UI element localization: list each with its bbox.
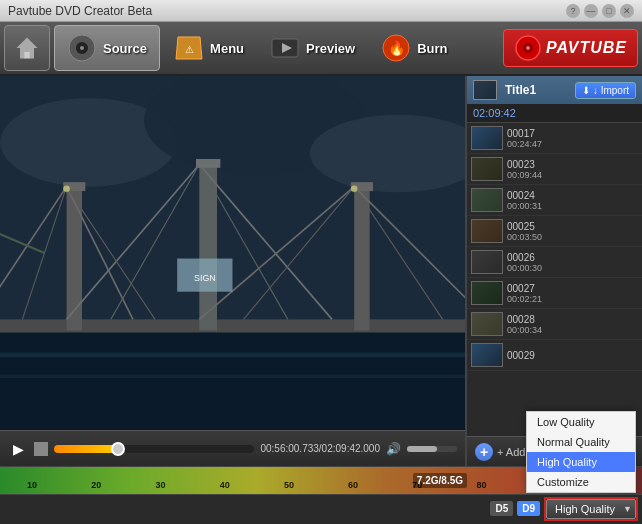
window-controls: ? — □ ✕ [566,4,634,18]
close-button[interactable]: ✕ [620,4,634,18]
ruler-50: 50 [257,480,321,490]
list-item[interactable]: 00017 00:24:47 [467,123,642,154]
quality-bar: D5 D9 High Quality ▼ Low Quality Normal … [0,494,642,522]
chapter-thumb [471,188,503,212]
add-icon: + [475,443,493,461]
tab-menu[interactable]: ⚠ Menu [162,25,256,71]
chapter-thumb [471,219,503,243]
tab-preview-label: Preview [306,41,355,56]
d5-badge: D5 [490,501,513,516]
chapter-header: Title1 ⬇ ↓ Import [467,76,642,104]
chapter-info: 00017 00:24:47 [507,128,542,149]
chapter-dur: 00:24:47 [507,139,542,149]
controls-bar: ▶ 00:56:00.733/02:09:42.000 🔊 [0,430,465,466]
quality-current-label: High Quality [555,503,615,515]
svg-point-4 [80,46,84,50]
chapter-num: 00023 [507,159,542,170]
quality-option-customize[interactable]: Customize [527,472,635,492]
volume-fill [407,446,437,452]
quality-option-normal[interactable]: Normal Quality [527,432,635,452]
svg-rect-39 [0,375,465,378]
video-scene: SIGN [0,76,465,430]
progress-fill [54,445,118,453]
ruler-10: 10 [0,480,64,490]
progress-handle[interactable] [111,442,125,456]
import-button[interactable]: ⬇ ↓ Import [575,82,636,99]
svg-rect-21 [354,187,369,331]
list-item[interactable]: 00023 00:09:44 [467,154,642,185]
chapter-info: 00027 00:02:21 [507,283,542,304]
progress-bar[interactable] [54,445,254,453]
chapter-dur: 00:09:44 [507,170,542,180]
list-item[interactable]: 00024 00:00:31 [467,185,642,216]
svg-text:⚠: ⚠ [185,44,194,55]
tab-source[interactable]: Source [54,25,160,71]
chapter-title: Title1 [505,83,536,97]
chapter-panel: Title1 ⬇ ↓ Import 02:09:42 00017 00:24:4… [467,76,642,466]
chapter-list[interactable]: 00017 00:24:47 00023 00:09:44 00024 00:0… [467,123,642,436]
chapter-num: 00026 [507,252,542,263]
quality-dropdown-container: High Quality ▼ Low Quality Normal Qualit… [544,497,638,521]
svg-rect-35 [196,159,220,168]
chapter-thumb [471,343,503,367]
volume-icon: 🔊 [386,442,401,456]
chapter-num: 00017 [507,128,542,139]
chapter-dur: 00:02:21 [507,294,542,304]
chapter-info: 00028 00:00:34 [507,314,542,335]
list-item[interactable]: 00028 00:00:34 [467,309,642,340]
tab-menu-label: Menu [210,41,244,56]
chapter-num: 00024 [507,190,542,201]
list-item[interactable]: 00025 00:03:50 [467,216,642,247]
pavtube-logo: PAVTUBE [503,29,638,67]
list-item[interactable]: 00027 00:02:21 [467,278,642,309]
svg-rect-19 [67,187,82,331]
stop-button[interactable] [34,442,48,456]
chapter-num: 00028 [507,314,542,325]
time-display: 00:56:00.733/02:09:42.000 [260,443,380,454]
svg-rect-38 [0,353,465,357]
minimize-button[interactable]: — [584,4,598,18]
tab-preview[interactable]: Preview [258,25,367,71]
toolbar: Source ⚠ Menu Preview 🔥 Burn PAVTUBE [0,22,642,76]
list-item[interactable]: 00026 00:00:30 [467,247,642,278]
quality-dropdown: Low Quality Normal Quality High Quality … [526,411,636,493]
titlebar: Pavtube DVD Creator Beta ? — □ ✕ [0,0,642,22]
home-button[interactable] [4,25,50,71]
main-area: SIGN ▶ 00:56:00.733/02:09:42.000 🔊 [0,76,642,466]
chapter-dur: 00:00:30 [507,263,542,273]
brand-name: PAVTUBE [546,39,627,57]
volume-slider[interactable] [407,446,457,452]
ruler-40: 40 [193,480,257,490]
quality-option-low[interactable]: Low Quality [527,412,635,432]
chapter-num: 00025 [507,221,542,232]
import-label: ↓ Import [593,85,629,96]
ruler-20: 20 [64,480,128,490]
quality-select-button[interactable]: High Quality [546,499,636,519]
list-item[interactable]: 00029 [467,340,642,371]
svg-point-46 [351,186,358,193]
help-button[interactable]: ? [566,4,580,18]
quality-option-high[interactable]: High Quality [527,452,635,472]
svg-rect-37 [0,333,465,430]
chapter-thumb [471,250,503,274]
chapter-info: 00025 00:03:50 [507,221,542,242]
ruler-60: 60 [321,480,385,490]
tab-burn[interactable]: 🔥 Burn [369,25,459,71]
tab-source-label: Source [103,41,147,56]
maximize-button[interactable]: □ [602,4,616,18]
import-arrow-icon: ⬇ [582,85,590,96]
chapter-thumb [471,157,503,181]
chapter-info: 00023 00:09:44 [507,159,542,180]
ruler-30: 30 [128,480,192,490]
title-thumbnail [473,80,497,100]
d9-badge: D9 [517,501,540,516]
chapter-thumb [471,281,503,305]
svg-point-45 [63,186,70,193]
svg-text:SIGN: SIGN [194,273,216,283]
chapter-info: 00029 [507,350,535,361]
chapter-thumb [471,126,503,150]
play-button[interactable]: ▶ [8,439,28,459]
chapter-dur: 00:00:34 [507,325,542,335]
video-background: SIGN [0,76,465,430]
svg-rect-1 [24,52,29,59]
